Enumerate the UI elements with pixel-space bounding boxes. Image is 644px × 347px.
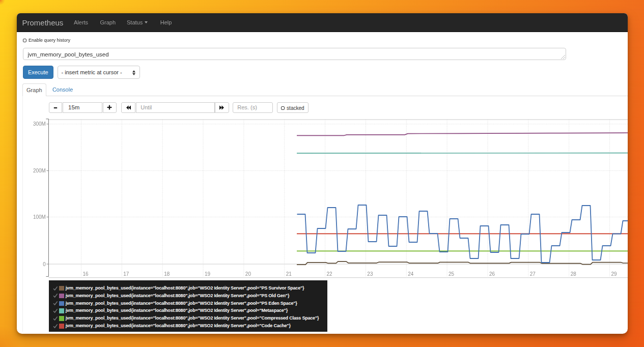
svg-text:24: 24 — [408, 271, 414, 277]
svg-text:26: 26 — [489, 271, 495, 277]
svg-text:19: 19 — [205, 271, 211, 277]
svg-text:20: 20 — [245, 271, 251, 277]
svg-text:21: 21 — [286, 271, 292, 277]
svg-text:27: 27 — [530, 271, 536, 277]
svg-text:0: 0 — [43, 262, 46, 267]
svg-text:28: 28 — [571, 271, 577, 277]
svg-text:18: 18 — [164, 271, 170, 277]
svg-text:29: 29 — [611, 271, 617, 277]
svg-text:200M: 200M — [33, 168, 46, 174]
svg-text:16: 16 — [82, 271, 89, 277]
svg-text:100M: 100M — [33, 214, 46, 220]
svg-text:22: 22 — [327, 271, 333, 277]
svg-text:300M: 300M — [33, 121, 46, 127]
svg-text:23: 23 — [367, 271, 373, 277]
svg-text:17: 17 — [123, 271, 129, 277]
svg-text:25: 25 — [449, 271, 455, 277]
